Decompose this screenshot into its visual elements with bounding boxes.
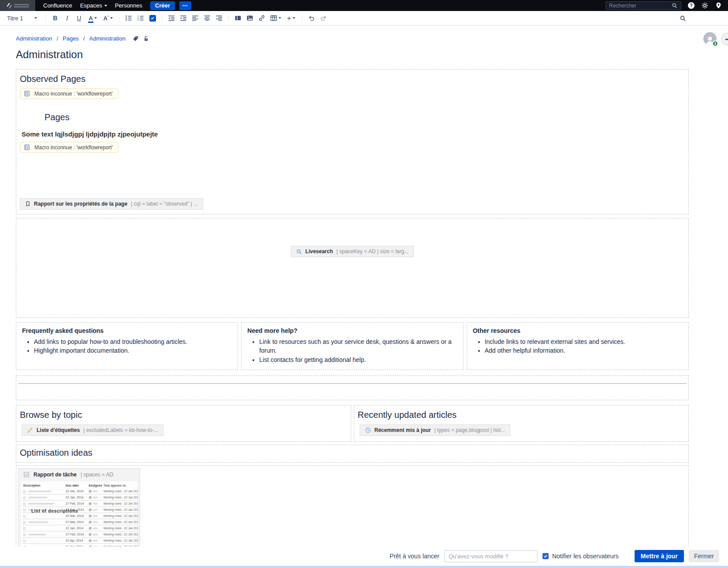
outdent-button[interactable] [166, 13, 177, 23]
insert-table-button[interactable] [268, 13, 282, 23]
task-preview-row: 22 Jan, 2014@Meeting notes - 22 Jan 2014 [22, 488, 138, 494]
breadcrumb-space[interactable]: Administration [16, 35, 52, 42]
editor-content: Administration / Pages / Administration … [0, 35, 728, 557]
column-heading: Other resources [473, 327, 683, 334]
column-faq: Frequently asked questions Add links to … [16, 322, 238, 370]
redo-button[interactable] [318, 13, 329, 23]
indent-button[interactable] [178, 13, 189, 23]
gear-icon[interactable] [701, 2, 708, 9]
global-search[interactable] [605, 1, 681, 10]
italic-button[interactable]: I [62, 13, 72, 23]
unrestricted-lock-icon[interactable] [143, 36, 149, 42]
more-formatting-button[interactable]: A° [101, 13, 115, 23]
section-observed-pages: Observed Pages Macro inconnue : 'workflo… [16, 69, 689, 214]
breadcrumb: Administration / Pages / Administration [16, 35, 689, 42]
task-report-macro[interactable]: Rapport de tâche | spaces = AD Descripti… [18, 468, 140, 553]
nav-menu-people[interactable]: Personnes [115, 2, 142, 9]
section-divider [16, 375, 689, 400]
column-heading: Frequently asked questions [22, 327, 232, 334]
chevron-down-icon [293, 17, 295, 19]
checkbox-icon [23, 472, 30, 478]
underline-button[interactable]: U [74, 13, 84, 23]
insert-link-button[interactable] [256, 13, 267, 23]
task-list-button[interactable] [147, 13, 158, 23]
column-other-resources: Other resources Include links to relevan… [467, 322, 689, 370]
logo-text-lines [14, 3, 29, 8]
optimisation-heading: Optimisation ideas [20, 448, 685, 458]
logo-icon [6, 3, 12, 9]
section-browse-recent: Browse by topic Liste d'étiquettes | exc… [16, 405, 689, 442]
horizontal-rule [18, 383, 687, 384]
task-preview-row: 22 Jan, 2014@Meeting notes - 22 Jan 2014 [22, 525, 138, 531]
preview-col-header: Task appears on [103, 482, 138, 488]
author-avatar[interactable] [703, 32, 717, 45]
create-more-button[interactable]: ••• [179, 1, 191, 10]
scroll-icon [24, 144, 30, 151]
label-list-macro[interactable]: Liste d'étiquettes | excludedLabels = kb… [22, 424, 163, 436]
top-navbar: Confluence Espaces Personnes Créer ••• ? [0, 0, 728, 11]
task-preview-row: 02 Mar, 2014@Meeting notes - 22 Jan 2014 [22, 513, 138, 519]
task-preview-row: 27 Feb, 2014@Meeting notes - 22 Jan 2014 [22, 531, 138, 537]
bullet-list-button[interactable] [123, 13, 134, 23]
workflowreport-macro[interactable]: Macro inconnue : 'workflowreport' [20, 88, 119, 99]
global-search-input[interactable] [609, 3, 668, 9]
livesearch-macro[interactable]: Livesearch | spaceKey = AD | size = larg… [291, 246, 414, 257]
close-button[interactable]: Fermer [689, 550, 719, 562]
section-optimisation-heading: Optimisation ideas [16, 445, 689, 463]
paragraph-style-dropdown[interactable]: Titre 1 [5, 15, 41, 22]
observed-pages-heading: Observed Pages [20, 74, 85, 84]
sample-text: Some text lqjlsdjgpj ljdpjdpjtp zjpeojut… [22, 130, 158, 138]
task-preview-row: 01 Apr, 2014@Meeting notes - 22 Jan 2014 [22, 537, 138, 543]
clock-icon [365, 427, 371, 433]
svg-text:3: 3 [137, 18, 139, 21]
align-center-button[interactable] [202, 13, 212, 23]
update-button[interactable]: Mettre à jour [635, 550, 684, 562]
notifications-pin-icon[interactable] [715, 2, 722, 9]
insert-more-button[interactable]: + [284, 13, 298, 23]
text-color-button[interactable]: A [85, 13, 100, 23]
bullet-item: Link to resources such as your service d… [259, 337, 457, 355]
page-properties-report-macro[interactable]: Rapport sur les propriétés de la page | … [20, 198, 203, 210]
workflowreport-macro[interactable]: Macro inconnue : 'workflowreport' [20, 142, 119, 153]
recent-heading: Recently updated articles [358, 410, 685, 420]
create-button[interactable]: Créer [150, 1, 175, 10]
bookmark-icon [25, 201, 30, 207]
task-report-preview: Description Due date Assignee Task appea… [21, 481, 137, 550]
search-icon [296, 249, 302, 254]
labels-tag-icon[interactable] [133, 36, 139, 42]
undo-button[interactable] [306, 13, 317, 23]
column-recently-updated: Recently updated articles Récemment mis … [354, 405, 689, 442]
help-icon[interactable]: ? [688, 2, 695, 9]
notify-watchers-checkbox[interactable] [542, 553, 549, 559]
editor-toolbar: Titre 1 B I U A A° 123 [0, 11, 728, 26]
version-comment-input[interactable] [444, 550, 538, 562]
search-icon[interactable] [671, 2, 678, 9]
numbered-list-button[interactable]: 123 [135, 13, 146, 23]
nav-brand-confluence[interactable]: Confluence [43, 2, 72, 9]
bullet-item: Include links to relevant external sites… [485, 337, 683, 346]
chevron-down-icon [104, 5, 107, 7]
bullet-item: List contacts for getting additional hel… [259, 355, 457, 364]
section-help-columns: Frequently asked questions Add links to … [16, 322, 689, 370]
pages-subheading: Pages [45, 112, 70, 122]
breadcrumb-separator: / [83, 35, 85, 42]
bold-button[interactable]: B [50, 13, 60, 23]
align-right-button[interactable] [214, 13, 224, 23]
breadcrumb-pages[interactable]: Pages [63, 35, 79, 42]
browse-heading: Browse by topic [20, 410, 347, 420]
align-left-button[interactable] [190, 13, 201, 23]
insert-image-button[interactable] [245, 13, 255, 23]
preview-col-header: Assignee [88, 482, 103, 488]
breadcrumb-current[interactable]: Administration [89, 35, 126, 42]
find-replace-button[interactable] [680, 11, 686, 26]
page-layout-button[interactable] [233, 13, 243, 23]
column-browse-by-topic: Browse by topic Liste d'étiquettes | exc… [16, 405, 351, 442]
recently-updated-macro[interactable]: Récemment mis à jour | types = page,blog… [360, 424, 510, 436]
section-task-report: Rapport de tâche | spaces = AD Descripti… [16, 465, 689, 557]
site-logo[interactable] [0, 0, 35, 11]
notify-watchers-label[interactable]: Notifier les observateurs [552, 553, 619, 560]
bullet-item: Add links to popular how-to and troubles… [34, 337, 232, 346]
nav-menu-spaces[interactable]: Espaces [80, 2, 107, 9]
breadcrumb-separator: / [56, 35, 58, 42]
presence-status-icon [712, 41, 718, 47]
